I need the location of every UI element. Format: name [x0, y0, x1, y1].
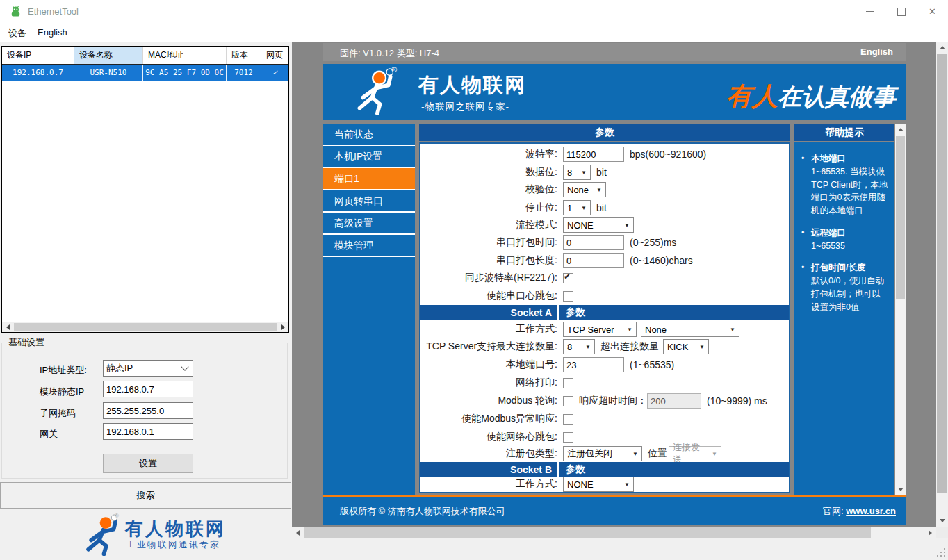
rf2217-checkbox[interactable]: ✔ [563, 273, 573, 283]
table-row[interactable]: 192.168.0.7 USR-N510 9C A5 25 F7 0D 0C 7… [2, 65, 288, 81]
table-hscrollbar[interactable] [2, 322, 288, 332]
col-mac[interactable]: MAC地址 [143, 47, 227, 64]
workmode-b-select[interactable]: NONE▼ [563, 477, 634, 492]
scroll-up-button[interactable] [895, 124, 906, 135]
menu-english[interactable]: English [38, 27, 67, 38]
serial-heartbeat-checkbox[interactable] [563, 291, 573, 302]
scroll-down-button[interactable] [936, 515, 948, 527]
site-link[interactable]: www.usr.cn [846, 506, 896, 516]
nav-item-advanced[interactable]: 高级设置 [323, 213, 415, 235]
web-link-icon[interactable]: ✓ [261, 65, 288, 81]
menu-device[interactable]: 设备 [8, 27, 26, 40]
localport-label: 本地端口号: [420, 359, 557, 371]
scroll-down-button[interactable] [895, 484, 906, 495]
modbus-checkbox[interactable] [563, 396, 573, 406]
databits-select[interactable]: 8▼ [563, 165, 591, 180]
col-version[interactable]: 版本 [227, 47, 261, 64]
cell-version: 7012 [227, 65, 261, 81]
form-row-netprint: 网络打印: [420, 374, 789, 391]
net-heartbeat-label: 使能网络心跳包: [420, 431, 557, 443]
resize-grip[interactable] [935, 547, 945, 557]
help-title: 打包时间/长度 [811, 261, 889, 274]
registered-mark: ® [391, 65, 397, 74]
page-brand: 有人物联网 [418, 72, 526, 99]
stopbits-select[interactable]: 1▼ [563, 200, 591, 215]
registered-mark: ® [115, 513, 119, 519]
dropdown-arrow-icon: ▼ [624, 222, 630, 229]
socket-a-section: Socket A 参数 [420, 305, 789, 320]
maxconn-select[interactable]: 8▼ [563, 339, 595, 354]
regpkt-pos-select: 连接发送▼ [669, 446, 721, 461]
close-button[interactable]: ✕ [917, 0, 948, 23]
packtime-input[interactable] [563, 235, 624, 250]
search-button[interactable]: 搜索 [0, 482, 291, 509]
browser-vscroll-thumb[interactable] [937, 54, 947, 493]
scroll-left-button[interactable] [2, 322, 13, 332]
device-table: 设备IP 设备名称 MAC地址 版本 网页 192.168.0.7 USR-N5… [1, 46, 289, 333]
netprint-checkbox[interactable] [563, 378, 573, 388]
nav-item-web-to-serial[interactable]: 网页转串口 [323, 190, 415, 213]
form-scrollbar[interactable] [895, 124, 906, 495]
kick-select[interactable]: KICK▼ [663, 339, 709, 354]
baud-input[interactable] [563, 147, 624, 162]
page-header: ® 有人物联网 -物联网之联网专家- 有人在认真做事 [323, 64, 906, 120]
kick-value: KICK [667, 342, 688, 352]
net-heartbeat-checkbox[interactable] [563, 432, 573, 443]
socket-b-section: Socket B 参数 [420, 462, 789, 477]
mask-input[interactable] [103, 402, 193, 419]
localport-input[interactable] [563, 357, 624, 372]
maxconn-mid-label: 超出连接数量 [600, 340, 659, 353]
scroll-left-button[interactable] [292, 527, 304, 538]
browser-vscrollbar[interactable] [936, 42, 948, 527]
browser-hscroll-thumb[interactable] [304, 527, 871, 538]
form-row-regpkt: 注册包类型: 注册包关闭▼ 位置 连接发送▼ [420, 445, 789, 462]
nav-item-current-status[interactable]: 当前状态 [323, 124, 415, 146]
table-hscroll-thumb[interactable] [14, 323, 278, 331]
bullet-icon: • [801, 261, 811, 313]
gateway-input[interactable] [103, 423, 193, 440]
set-button[interactable]: 设置 [103, 454, 193, 473]
minimize-button[interactable] [854, 0, 885, 23]
parity-select[interactable]: None▼ [563, 182, 606, 197]
page-footer: 版权所有 © 济南有人物联网技术有限公司 官网: www.usr.cn [323, 497, 906, 525]
dropdown-arrow-icon: ▼ [712, 451, 717, 457]
maximize-button[interactable] [885, 0, 917, 23]
static-ip-input[interactable] [103, 381, 193, 397]
col-device-name[interactable]: 设备名称 [74, 47, 143, 64]
col-web[interactable]: 网页 [261, 47, 288, 64]
slogan: 有人在认真做事 [726, 79, 896, 114]
nav-item-module-mgmt[interactable]: 模块管理 [323, 235, 415, 257]
ip-type-select[interactable]: 静态IP [103, 360, 193, 377]
socket-b-params: 参数 [559, 463, 585, 476]
params-section-title: 参数 [419, 124, 790, 141]
cell-ip: 192.168.0.7 [2, 65, 74, 81]
scroll-up-button[interactable] [936, 42, 948, 53]
form-row-packtime: 串口打包时间: (0~255)ms [420, 234, 789, 251]
title-bar: EthernetTool ✕ [0, 0, 948, 23]
modbus-exc-checkbox[interactable] [563, 414, 573, 425]
maxconn-value: 8 [567, 342, 572, 352]
arrow-down-icon [898, 488, 904, 491]
flowctrl-label: 流控模式: [420, 219, 557, 231]
mask-label: 子网掩码 [40, 407, 76, 420]
form-row-net-heartbeat: 使能网络心跳包: [420, 429, 789, 445]
nav-item-local-ip[interactable]: 本机IP设置 [323, 146, 415, 168]
english-link[interactable]: English [860, 47, 893, 57]
scrollbar-corner [936, 527, 948, 538]
scroll-right-button[interactable] [924, 527, 936, 538]
minimize-icon [866, 11, 874, 12]
browser-hscrollbar[interactable] [292, 527, 936, 538]
maximize-icon [897, 8, 906, 16]
ip-type-label: IP地址类型: [40, 364, 87, 377]
regpkt-select[interactable]: 注册包关闭▼ [563, 446, 642, 461]
static-ip-label: 模块静态IP [40, 386, 84, 398]
workmode-a-select[interactable]: TCP Server▼ [563, 322, 637, 337]
flowctrl-select[interactable]: NONE▼ [563, 217, 634, 233]
packlen-input[interactable] [563, 253, 624, 268]
form-scroll-thumb[interactable] [896, 136, 905, 299]
bullet-icon: • [801, 152, 811, 217]
col-device-ip[interactable]: 设备IP [2, 47, 74, 64]
workmode-a-sub-select[interactable]: None▼ [641, 322, 739, 337]
nav-item-port1[interactable]: 端口1 [323, 168, 415, 190]
scroll-right-button[interactable] [277, 322, 288, 332]
